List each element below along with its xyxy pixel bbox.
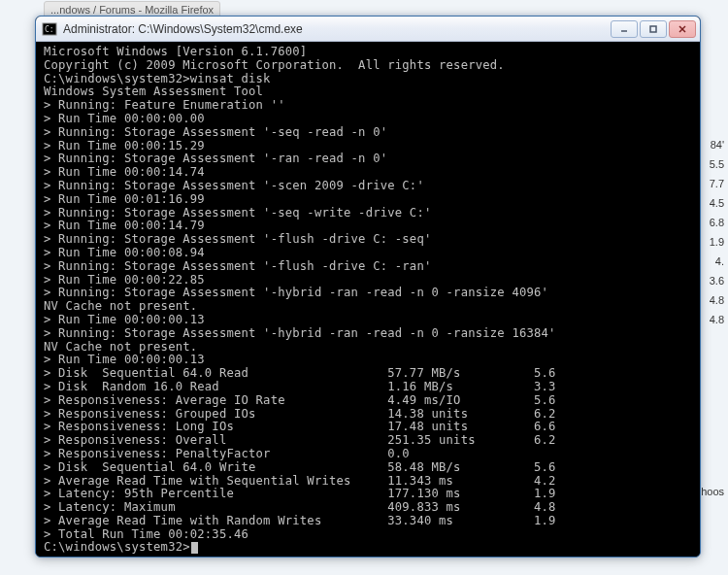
console-line: > Disk Random 16.0 Read 1.16 MB/s 3.3: [44, 381, 692, 394]
console-line: C:\windows\system32>winsat disk: [44, 73, 692, 86]
console-line: > Average Read Time with Sequential Writ…: [44, 475, 692, 489]
console-line: > Responsiveness: PenaltyFactor 0.0: [44, 448, 692, 461]
console-line: NV Cache not present.: [44, 300, 692, 314]
console-line: > Running: Storage Assessment '-scen 200…: [44, 180, 692, 193]
console-line: > Total Run Time 00:02:35.46: [44, 528, 692, 542]
console-line: > Disk Sequential 64.0 Write 58.48 MB/s …: [44, 461, 692, 475]
window-title: Administrator: C:\Windows\System32\cmd.e…: [63, 22, 611, 36]
console-line: NV Cache not present.: [44, 341, 692, 355]
console-line: Copyright (c) 2009 Microsoft Corporation…: [44, 59, 692, 73]
titlebar[interactable]: C: Administrator: C:\Windows\System32\cm…: [36, 17, 700, 42]
minimize-button[interactable]: [611, 20, 638, 38]
console-line: > Running: Storage Assessment '-flush -d…: [44, 260, 692, 274]
svg-rect-3: [650, 26, 656, 32]
cmd-icon: C:: [42, 21, 57, 37]
console-line: Microsoft Windows [Version 6.1.7600]: [44, 46, 692, 59]
maximize-button[interactable]: [640, 20, 667, 38]
window-buttons: [611, 20, 696, 38]
console-line: C:\windows\system32>: [44, 541, 692, 555]
console-line: > Running: Storage Assessment '-seq -rea…: [44, 126, 692, 140]
console-line: > Run Time 00:01:16.99: [44, 193, 692, 207]
console-line: Windows System Assessment Tool: [44, 85, 692, 99]
console-line: > Run Time 00:00:22.85: [44, 274, 692, 288]
console-line: > Responsiveness: Grouped IOs 14.38 unit…: [44, 408, 692, 422]
console-line: > Responsiveness: Average IO Rate 4.49 m…: [44, 394, 692, 408]
console-line: > Running: Storage Assessment '-hybrid -…: [44, 327, 692, 341]
console-line: > Disk Sequential 64.0 Read 57.77 MB/s 5…: [44, 367, 692, 381]
console-line: > Running: Storage Assessment '-flush -d…: [44, 233, 692, 247]
console-line: > Responsiveness: Long IOs 17.48 units 6…: [44, 421, 692, 434]
console-line: > Run Time 00:00:00.00: [44, 113, 692, 126]
close-button[interactable]: [669, 20, 696, 38]
console-line: > Run Time 00:00:15.29: [44, 140, 692, 153]
console-line: > Run Time 00:00:08.94: [44, 247, 692, 260]
console-line: > Latency: 95th Percentile 177.130 ms 1.…: [44, 488, 692, 501]
console-output[interactable]: Microsoft Windows [Version 6.1.7600]Copy…: [36, 42, 700, 557]
console-line: > Responsiveness: Overall 251.35 units 6…: [44, 434, 692, 448]
console-line: > Run Time 00:00:00.13: [44, 314, 692, 327]
console-line: > Running: Feature Enumeration '': [44, 99, 692, 113]
console-line: > Run Time 00:00:00.13: [44, 354, 692, 367]
console-line: > Running: Storage Assessment '-ran -rea…: [44, 152, 692, 166]
console-line: > Running: Storage Assessment '-hybrid -…: [44, 287, 692, 300]
console-line: > Latency: Maximum 409.833 ms 4.8: [44, 501, 692, 515]
console-line: > Average Read Time with Random Writes 3…: [44, 515, 692, 528]
console-line: > Run Time 00:00:14.74: [44, 166, 692, 180]
cursor: [191, 542, 198, 554]
cmd-window: C: Administrator: C:\Windows\System32\cm…: [35, 16, 701, 558]
console-line: > Run Time 00:00:14.79: [44, 220, 692, 233]
svg-text:C:: C:: [45, 25, 54, 34]
console-line: > Running: Storage Assessment '-seq -wri…: [44, 207, 692, 220]
